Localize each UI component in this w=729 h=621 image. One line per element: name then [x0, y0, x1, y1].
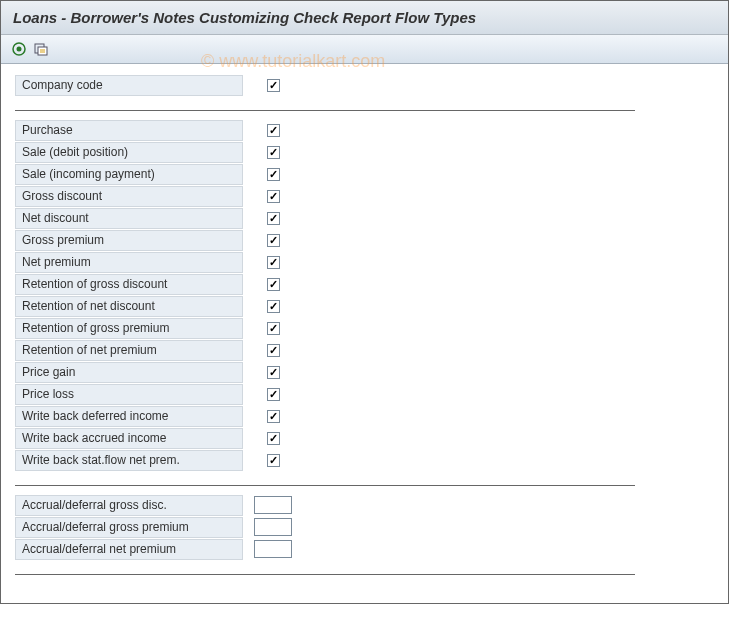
checkbox[interactable] [267, 256, 280, 269]
input-cell [243, 274, 303, 295]
input-cell [243, 252, 303, 273]
field-label: Accrual/deferral net premium [15, 539, 243, 560]
checkbox[interactable] [267, 190, 280, 203]
field-row: Company code [15, 74, 714, 96]
field-row: Accrual/deferral gross disc. [15, 494, 714, 516]
field-row: Price gain [15, 361, 714, 383]
input-cell [243, 296, 303, 317]
field-row: Write back accrued income [15, 427, 714, 449]
checkbox[interactable] [267, 168, 280, 181]
input-cell [243, 340, 303, 361]
input-cell [243, 142, 303, 163]
svg-point-1 [17, 47, 22, 52]
field-label: Retention of gross discount [15, 274, 243, 295]
field-row: Sale (incoming payment) [15, 163, 714, 185]
checkbox[interactable] [267, 322, 280, 335]
input-cell [243, 517, 303, 538]
field-row: Purchase [15, 119, 714, 141]
field-row: Gross premium [15, 229, 714, 251]
field-label: Accrual/deferral gross disc. [15, 495, 243, 516]
input-cell [243, 318, 303, 339]
field-row: Retention of net discount [15, 295, 714, 317]
input-cell [243, 164, 303, 185]
field-row: Sale (debit position) [15, 141, 714, 163]
field-row: Write back deferred income [15, 405, 714, 427]
checkbox[interactable] [267, 146, 280, 159]
field-row: Retention of gross premium [15, 317, 714, 339]
content-area: Company code PurchaseSale (debit positio… [1, 64, 728, 603]
input-cell [243, 75, 303, 96]
field-row: Accrual/deferral net premium [15, 538, 714, 560]
toolbar [1, 35, 728, 64]
field-label: Company code [15, 75, 243, 96]
input-cell [243, 120, 303, 141]
checkbox[interactable] [267, 300, 280, 313]
checkbox[interactable] [267, 454, 280, 467]
input-cell [243, 539, 303, 560]
input-cell [243, 428, 303, 449]
field-label: Sale (debit position) [15, 142, 243, 163]
divider [15, 110, 635, 111]
input-cell [243, 384, 303, 405]
checkbox[interactable] [267, 388, 280, 401]
input-cell [243, 362, 303, 383]
divider [15, 574, 635, 575]
field-label: Gross discount [15, 186, 243, 207]
divider [15, 485, 635, 486]
field-label: Sale (incoming payment) [15, 164, 243, 185]
svg-rect-3 [38, 47, 47, 55]
input-cell [243, 186, 303, 207]
checkbox[interactable] [267, 124, 280, 137]
checkbox[interactable] [267, 432, 280, 445]
field-row: Price loss [15, 383, 714, 405]
text-input[interactable] [254, 496, 292, 514]
field-row: Retention of net premium [15, 339, 714, 361]
input-cell [243, 495, 303, 516]
field-label: Write back stat.flow net prem. [15, 450, 243, 471]
field-row: Write back stat.flow net prem. [15, 449, 714, 471]
field-label: Purchase [15, 120, 243, 141]
checkbox[interactable] [267, 234, 280, 247]
field-row: Accrual/deferral gross premium [15, 516, 714, 538]
input-cell [243, 208, 303, 229]
field-label: Retention of net discount [15, 296, 243, 317]
checkbox[interactable] [267, 410, 280, 423]
checkbox[interactable] [267, 212, 280, 225]
input-cell [243, 406, 303, 427]
field-label: Write back deferred income [15, 406, 243, 427]
text-input[interactable] [254, 540, 292, 558]
checkbox[interactable] [267, 366, 280, 379]
execute-icon[interactable] [11, 41, 27, 57]
variant-icon[interactable] [33, 41, 49, 57]
field-label: Gross premium [15, 230, 243, 251]
input-cell [243, 230, 303, 251]
field-label: Accrual/deferral gross premium [15, 517, 243, 538]
field-row: Net discount [15, 207, 714, 229]
field-label: Net premium [15, 252, 243, 273]
field-label: Price gain [15, 362, 243, 383]
page-title: Loans - Borrower's Notes Customizing Che… [1, 1, 728, 35]
field-row: Retention of gross discount [15, 273, 714, 295]
field-label: Write back accrued income [15, 428, 243, 449]
field-label: Net discount [15, 208, 243, 229]
field-label: Retention of net premium [15, 340, 243, 361]
field-row: Net premium [15, 251, 714, 273]
text-input[interactable] [254, 518, 292, 536]
checkbox[interactable] [267, 344, 280, 357]
input-cell [243, 450, 303, 471]
field-row: Gross discount [15, 185, 714, 207]
checkbox[interactable] [267, 278, 280, 291]
checkbox[interactable] [267, 79, 280, 92]
field-label: Retention of gross premium [15, 318, 243, 339]
field-label: Price loss [15, 384, 243, 405]
